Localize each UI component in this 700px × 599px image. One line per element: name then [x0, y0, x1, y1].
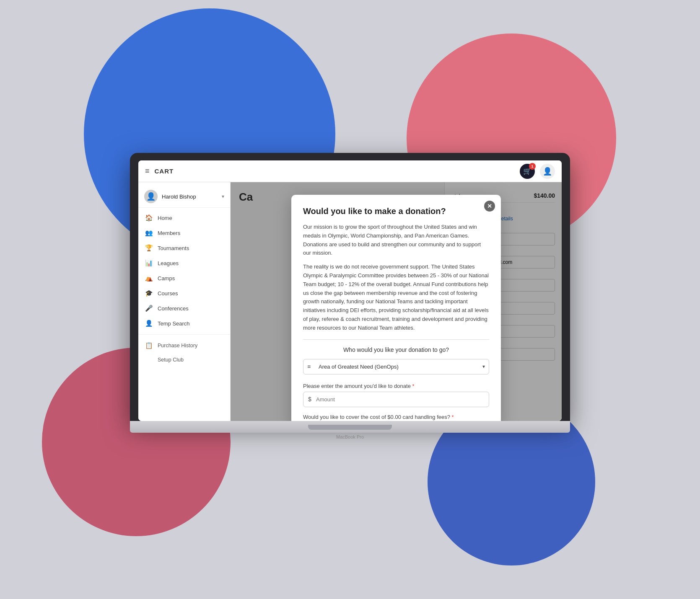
sidebar-item-label: Conferences	[158, 305, 189, 312]
donation-modal: ✕ Would you like to make a donation? Our…	[291, 195, 501, 421]
sidebar-item-label: Home	[158, 215, 172, 221]
menu-icon[interactable]: ≡	[145, 167, 150, 176]
sidebar-item-label: Camps	[158, 275, 175, 281]
amount-label: Please enter the amount you'd like to do…	[303, 383, 489, 389]
chevron-down-icon: ▾	[482, 364, 485, 369]
laptop-notch	[308, 425, 392, 430]
camps-icon: ⛺	[145, 274, 153, 282]
sidebar-item-camps[interactable]: ⛺ Camps	[138, 271, 230, 286]
app-body: 👤 Harold Bishop ▾ 🏠 Home 👥 Members	[138, 182, 562, 421]
app-header: ≡ CART 🛒 1 👤	[138, 160, 562, 182]
sidebar-item-label: Temp Search	[158, 320, 190, 327]
sidebar-item-temp-search[interactable]: 👤 Temp Search	[138, 316, 230, 331]
user-icon: 👤	[543, 167, 552, 176]
user-account-button[interactable]: 👤	[540, 164, 555, 179]
avatar-icon: 👤	[146, 192, 156, 201]
donation-question: Who would you like your donation to go?	[303, 346, 489, 353]
header-title: CART	[155, 168, 174, 175]
temp-search-icon: 👤	[145, 320, 153, 327]
donation-select-wrapper: ≡ Area of Greatest Need (GenOps) ▾	[303, 359, 489, 374]
header-right: 🛒 1 👤	[520, 164, 555, 179]
sidebar-item-home[interactable]: 🏠 Home	[138, 210, 230, 225]
user-name: Harold Bishop	[162, 194, 218, 200]
dollar-sign-icon: $	[308, 396, 311, 403]
list-icon: ≡	[307, 363, 311, 370]
tournaments-icon: 🏆	[145, 244, 153, 252]
courses-icon: 🎓	[145, 289, 153, 297]
modal-title: Would you like to make a donation?	[303, 207, 489, 216]
sidebar-user[interactable]: 👤 Harold Bishop ▾	[138, 186, 230, 208]
avatar: 👤	[144, 190, 158, 203]
sidebar-item-label: Purchase History	[158, 343, 197, 349]
laptop: ≡ CART 🛒 1 👤	[130, 153, 570, 446]
purchase-history-icon: 📋	[145, 342, 153, 349]
screen-bezel: ≡ CART 🛒 1 👤	[130, 153, 570, 421]
sidebar-item-leagues[interactable]: 📊 Leagues	[138, 256, 230, 271]
sidebar: 👤 Harold Bishop ▾ 🏠 Home 👥 Members	[138, 182, 231, 421]
nav-divider	[138, 334, 230, 335]
amount-input-wrapper: $	[303, 392, 489, 407]
sidebar-item-purchase-history[interactable]: 📋 Purchase History	[138, 338, 230, 353]
sidebar-item-label: Members	[158, 230, 180, 236]
amount-input[interactable]	[303, 392, 489, 407]
screen: ≡ CART 🛒 1 👤	[138, 160, 562, 421]
donation-select[interactable]: Area of Greatest Need (GenOps)	[303, 359, 489, 374]
modal-description-1: Our mission is to grow the sport of thro…	[303, 223, 489, 258]
sidebar-item-courses[interactable]: 🎓 Courses	[138, 286, 230, 301]
modal-description-2: The reality is we do not receive governm…	[303, 263, 489, 332]
sidebar-item-tournaments[interactable]: 🏆 Tournaments	[138, 240, 230, 256]
chevron-down-icon: ▾	[222, 194, 224, 199]
conferences-icon: 🎤	[145, 305, 153, 312]
sidebar-item-conferences[interactable]: 🎤 Conferences	[138, 301, 230, 316]
home-icon: 🏠	[145, 214, 153, 222]
sidebar-item-setup-club[interactable]: Setup Club	[138, 353, 230, 367]
modal-close-button[interactable]: ✕	[484, 201, 495, 212]
members-icon: 👥	[145, 229, 153, 237]
sidebar-item-label: Courses	[158, 290, 178, 297]
sidebar-item-members[interactable]: 👥 Members	[138, 225, 230, 240]
leagues-icon: 📊	[145, 259, 153, 267]
modal-divider	[303, 339, 489, 340]
macbook-label: MacBook Pro	[130, 434, 570, 439]
cart-button[interactable]: 🛒 1	[520, 164, 535, 179]
sidebar-item-label: Leagues	[158, 260, 179, 266]
modal-overlay: ✕ Would you like to make a donation? Our…	[231, 182, 562, 421]
sidebar-item-label: Setup Club	[158, 357, 184, 363]
sidebar-item-label: Tournaments	[158, 245, 189, 251]
cart-badge: 1	[529, 163, 536, 170]
laptop-base	[130, 421, 570, 433]
handling-label: Would you like to cover the cost of $0.0…	[303, 414, 489, 420]
main-content: Ca otal: $140.00 illing Details Click he…	[231, 182, 562, 421]
